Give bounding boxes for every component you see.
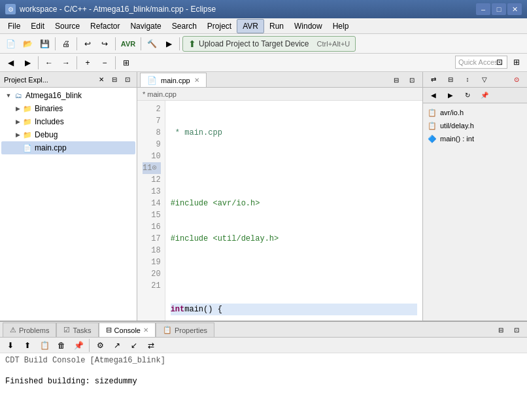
outline-refresh-btn[interactable]: ↻ [460, 88, 475, 103]
run-button[interactable]: ▶ [161, 37, 177, 51]
menu-help[interactable]: Help [328, 20, 354, 33]
console-output-area[interactable]: CDT Build Console [Atmega16_blink] Finis… [0, 353, 527, 420]
console-import[interactable]: ↙ [126, 338, 142, 353]
outline-tree: 📋 avr/io.h 📋 util/delay.h 🔷 main() : int [423, 103, 527, 321]
project-tree: ▼ 🗂 Atmega16_blink ▶ 📁 Binaries ▶ 📁 Incl… [0, 88, 137, 321]
tab-properties[interactable]: 📋 Properties [156, 323, 214, 337]
console-export[interactable]: ↗ [109, 338, 125, 353]
tree-item-includes[interactable]: ▶ 📁 Includes [1, 115, 135, 128]
tab-tasks[interactable]: ☑ Tasks [56, 323, 98, 337]
project-explorer-title: Project Expl... [4, 76, 48, 84]
avr-button-1[interactable]: AVR [118, 37, 138, 51]
toggle-button[interactable]: ⊞ [118, 56, 134, 70]
editor-maximize-btn[interactable]: ⊡ [404, 73, 420, 87]
main-toolbar: 📄 📂 💾 🖨 ↩ ↪ AVR 🔨 ▶ ⬆ Upload Project to … [0, 34, 527, 54]
forward-button[interactable]: ▶ [20, 56, 35, 70]
title-bar-left: ⚙ workspace - C/C++ - Atmega16_blink/mai… [5, 4, 216, 14]
back-button[interactable]: ◀ [3, 56, 18, 70]
bottom-panel-maximize[interactable]: ⊡ [509, 323, 524, 337]
menu-navigate[interactable]: Navigate [125, 20, 166, 33]
project-explorer-panel: Project Expl... ✕ ⊟ ⊡ ▼ 🗂 Atmega16_blink… [0, 72, 137, 321]
console-copy[interactable]: 📋 [37, 338, 52, 353]
window-title: workspace - C/C++ - Atmega16_blink/main.… [20, 5, 216, 14]
code-editor[interactable]: 2 7 8 9 10 11⊙ 12 13 14 15 16 17 18 19 2… [137, 101, 422, 321]
window-controls[interactable]: – □ ✕ [476, 3, 522, 15]
close-button[interactable]: ✕ [507, 3, 522, 15]
project-explorer-close[interactable]: ✕ [96, 75, 107, 85]
outline-item-delay[interactable]: 📋 util/delay.h [426, 119, 524, 132]
console-switch[interactable]: ⇄ [143, 338, 159, 353]
toolbar-sep-8 [115, 56, 116, 69]
avr-upload-button[interactable]: ⬆ Upload Project to Target Device Ctrl+A… [182, 36, 356, 52]
includes-icon: 📁 [22, 116, 33, 127]
zoom-in-button[interactable]: + [80, 56, 95, 70]
outline-back-btn[interactable]: ◀ [426, 88, 441, 103]
tree-toggle-debug[interactable]: ▶ [13, 130, 22, 139]
console-build-title: CDT Build Console [Atmega16_blink] [5, 356, 522, 365]
outline-item-avrio[interactable]: 📋 avr/io.h [426, 106, 524, 119]
outline-fwd-btn[interactable]: ▶ [443, 88, 458, 103]
tree-item-debug[interactable]: ▶ 📁 Debug [1, 128, 135, 141]
menu-search[interactable]: Search [167, 20, 202, 33]
outline-close-btn[interactable]: ⊙ [509, 73, 524, 87]
outline-collapse-btn[interactable]: ⊟ [443, 73, 458, 87]
console-scroll-down[interactable]: ⬇ [3, 338, 18, 353]
maximize-button[interactable]: □ [492, 3, 506, 15]
outline-item-main[interactable]: 🔷 main() : int [426, 132, 524, 145]
build-button[interactable]: 🔨 [144, 37, 160, 51]
new-button[interactable]: 📄 [3, 37, 18, 51]
project-explorer-minimize[interactable]: ⊟ [109, 75, 120, 85]
console-content: CDT Build Console [Atmega16_blink] Finis… [0, 353, 527, 389]
tree-item-project[interactable]: ▼ 🗂 Atmega16_blink [1, 89, 135, 102]
next-edit-button[interactable]: → [58, 56, 74, 70]
tab-tasks-label: Tasks [73, 326, 91, 334]
tree-item-binaries[interactable]: ▶ 📁 Binaries [1, 102, 135, 115]
console-toolbar: ⬇ ⬆ 📋 🗑 📌 ⚙ ↗ ↙ ⇄ [0, 338, 527, 353]
tab-console[interactable]: ⊟ Console ✕ [99, 323, 156, 337]
open-button[interactable]: 📂 [20, 37, 35, 51]
tab-file-icon: 📄 [147, 76, 157, 85]
console-pin[interactable]: 📌 [71, 338, 86, 353]
tree-item-maincpp[interactable]: ▶ 📄 main.cpp [1, 141, 135, 154]
project-explorer-maximize[interactable]: ⊡ [122, 75, 133, 85]
bottom-panel: ⚠ Problems ☑ Tasks ⊟ Console ✕ 📋 Propert… [0, 321, 527, 420]
outline-filter-btn[interactable]: ▽ [477, 73, 492, 87]
console-clear[interactable]: 🗑 [54, 338, 69, 353]
tree-label-debug: Debug [35, 130, 58, 139]
code-content[interactable]: * main.cpp #include <avr/io.h> #include … [165, 101, 422, 321]
tree-spacer-maincpp: ▶ [13, 143, 22, 152]
editor-tab-close[interactable]: ✕ [194, 77, 199, 84]
tab-problems[interactable]: ⚠ Problems [3, 323, 56, 337]
menu-refactor[interactable]: Refactor [85, 20, 125, 33]
view-button[interactable]: ⊞ [509, 55, 524, 69]
menu-file[interactable]: File [3, 20, 26, 33]
menu-avr[interactable]: AVR [237, 19, 264, 33]
tree-toggle-project[interactable]: ▼ [4, 91, 13, 100]
toolbar-sep-4 [141, 37, 141, 50]
outline-sort-btn[interactable]: ↕ [460, 73, 475, 87]
console-icon: ⊟ [106, 326, 112, 334]
console-tab-close[interactable]: ✕ [143, 326, 148, 334]
tree-toggle-includes[interactable]: ▶ [13, 117, 22, 126]
console-settings[interactable]: ⚙ [92, 338, 108, 353]
menu-source[interactable]: Source [50, 20, 85, 33]
menu-project[interactable]: Project [202, 20, 237, 33]
save-button[interactable]: 💾 [37, 37, 52, 51]
undo-button[interactable]: ↩ [80, 37, 95, 51]
zoom-out-button[interactable]: − [97, 56, 112, 70]
prev-edit-button[interactable]: ← [41, 56, 57, 70]
menu-window[interactable]: Window [289, 20, 328, 33]
menu-run[interactable]: Run [264, 20, 289, 33]
editor-tab-maincpp[interactable]: 📄 main.cpp ✕ [140, 73, 207, 87]
outline-sync-btn[interactable]: ⇄ [426, 73, 441, 87]
print-button[interactable]: 🖨 [58, 37, 74, 51]
bottom-panel-minimize[interactable]: ⊟ [493, 323, 509, 337]
tree-toggle-binaries[interactable]: ▶ [13, 104, 22, 113]
perspective-button[interactable]: ⊡ [492, 55, 507, 69]
editor-minimize-btn[interactable]: ⊟ [388, 73, 404, 87]
menu-edit[interactable]: Edit [26, 20, 50, 33]
redo-button[interactable]: ↪ [97, 37, 112, 51]
console-scroll-up[interactable]: ⬆ [20, 338, 35, 353]
minimize-button[interactable]: – [476, 3, 490, 15]
outline-pin-btn[interactable]: 📌 [477, 88, 492, 103]
